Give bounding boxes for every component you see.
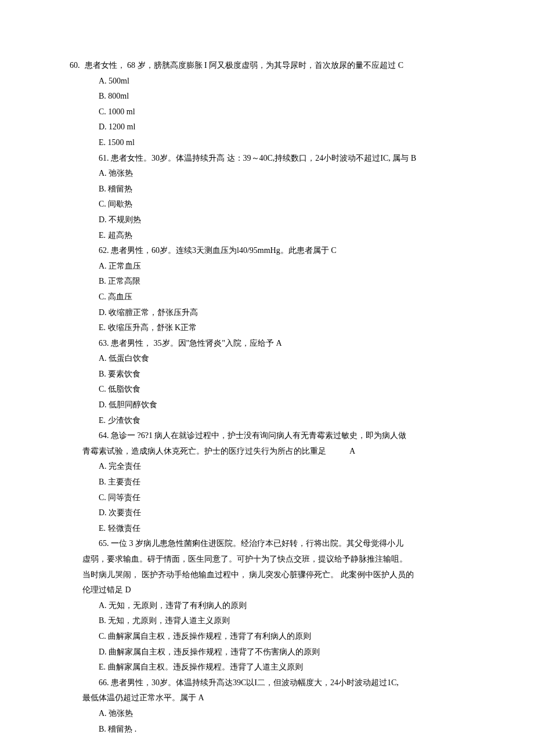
option-a: A. 完全责任: [99, 459, 464, 475]
question-stem-line2: 虚弱，要求输血。碍于情面，医生同意了。可护十为了快点交班，提议给予静脉推注输咀。: [70, 552, 464, 567]
option-d: D. 曲解家属自主权，违反操作规程，违背了不伤害病人的原则: [99, 645, 464, 660]
question-stem-line2: 青霉素试验，造成病人休克死亡。护士的医疗过失行为所占的比重足A: [70, 444, 464, 460]
answer-letter: A: [349, 447, 355, 455]
question-stem-line1: 64. 急诊一 ?6?1 病人在就诊过程中，护士没有询问病人有无青霉素过敏史，即…: [70, 428, 464, 444]
question-stem-line4: 伦理过错足 D: [70, 583, 464, 598]
option-a: A. 低蛋白饮食: [99, 351, 464, 367]
option-a: A. 弛张热: [99, 706, 464, 722]
option-e: E. 1500 ml: [99, 135, 464, 151]
option-list: A. 弛张热 B. 稽留热 .: [70, 706, 464, 737]
option-a: A. 正常血压: [99, 259, 464, 274]
option-c: C. 曲解家属自主权，违反操作规程，违背了有利病人的原则: [99, 629, 464, 645]
question-stem: 63. 患者男性， 35岁。因"急性肾炎"入院，应给予 A: [99, 336, 464, 352]
option-list: A. 完全责任 B. 主要责任 C. 同等责任 D. 次要责任 E. 轻微责任: [70, 459, 464, 536]
option-e: E. 轻微责任: [99, 521, 464, 537]
option-e: E. 曲解家属自主权。违反操作规程。违背了人道主义原则: [99, 660, 464, 675]
option-d: D. 不规则热: [99, 212, 464, 228]
question-60: 60. 患者女性， 68 岁，膀胱高度膨胀 I 阿又极度虚弱，为其导尿时，首次放…: [70, 58, 464, 74]
option-b: B. 稽留热: [99, 182, 464, 197]
option-b: B. 要素饮食: [99, 367, 464, 382]
question-63: 63. 患者男性， 35岁。因"急性肾炎"入院，应给予 A A. 低蛋白饮食 B…: [70, 336, 464, 429]
question-number: 60.: [70, 58, 85, 74]
option-e: E. 少渣饮食: [99, 413, 464, 429]
option-a: A. 500ml: [99, 74, 464, 89]
option-c: C. 高血压: [99, 290, 464, 305]
option-d: D. 低胆同醇饮食: [99, 397, 464, 413]
option-b: B. 主要责任: [99, 475, 464, 490]
option-d: D. 1200 ml: [99, 120, 464, 135]
question-stem-line1: 66. 患者男性，30岁。体温持续升高达39C以I二，但波动幅度大，24小时波动…: [70, 675, 464, 691]
question-66: 66. 患者男性，30岁。体温持续升高达39C以I二，但波动幅度大，24小时波动…: [70, 675, 464, 737]
option-d: D. 收缩膻正常，舒张压升高: [99, 305, 464, 321]
question-stem-line2: 最低体温仍超过正常水平。属于 A: [70, 690, 464, 706]
option-b: B. 800ml: [99, 89, 464, 104]
option-c: C. 低脂饮食: [99, 382, 464, 397]
question-64: 64. 急诊一 ?6?1 病人在就诊过程中，护士没有询问病人有无青霉素过敏史，即…: [70, 428, 464, 536]
option-a: A. 弛张热: [99, 166, 464, 182]
question-62: 62. 患者男性，60岁。连续3天测血压为l40/95mmHg。此患者属于 C …: [70, 243, 464, 336]
question-stem: 62. 患者男性，60岁。连续3天测血压为l40/95mmHg。此患者属于 C: [99, 243, 464, 259]
option-c: C. 同等责任: [99, 490, 464, 506]
stem-text: 青霉素试验，造成病人休克死亡。护士的医疗过失行为所占的比重足: [82, 447, 326, 455]
option-e: E. 超高热: [99, 228, 464, 244]
option-e: E. 收缩压升高，舒张 K正常: [99, 320, 464, 336]
option-list: A. 无知，无原则，违背了有利病人的原则 B. 无知，尤原则，违背人道主义原则 …: [70, 598, 464, 675]
question-stem-line3: 当时病儿哭闹， 医护齐动手给他输血过程中， 病儿突发心脏骤停死亡。 此案例中医护…: [70, 567, 464, 583]
option-a: A. 无知，无原则，违背了有利病人的原则: [99, 598, 464, 614]
option-b: B. 正常高限: [99, 274, 464, 290]
option-list: A. 500ml B. 800ml C. 1000 ml D. 1200 ml …: [70, 74, 464, 151]
question-stem-line1: 65. 一位 3 岁病儿患急性菌痢住进医院。经治疗本已好转，行将出院。其父母觉得…: [70, 536, 464, 552]
question-stem: 患者女性， 68 岁，膀胱高度膨胀 I 阿又极度虚弱，为其导尿时，首次放尿的量不…: [85, 58, 465, 74]
option-b: B. 无知，尤原则，违背人道主义原则: [99, 613, 464, 629]
question-stem: 61. 患者女性。30岁。体温持续升高 达：39～40C,持续数口，24小时波动…: [99, 151, 464, 167]
option-d: D. 次要责任: [99, 505, 464, 521]
option-c: C. 间歇热: [99, 197, 464, 212]
question-65: 65. 一位 3 岁病儿患急性菌痢住进医院。经治疗本已好转，行将出院。其父母觉得…: [70, 536, 464, 675]
option-c: C. 1000 ml: [99, 104, 464, 120]
option-b: B. 稽留热 .: [99, 722, 464, 737]
question-61: 61. 患者女性。30岁。体温持续升高 达：39～40C,持续数口，24小时波动…: [70, 151, 464, 244]
